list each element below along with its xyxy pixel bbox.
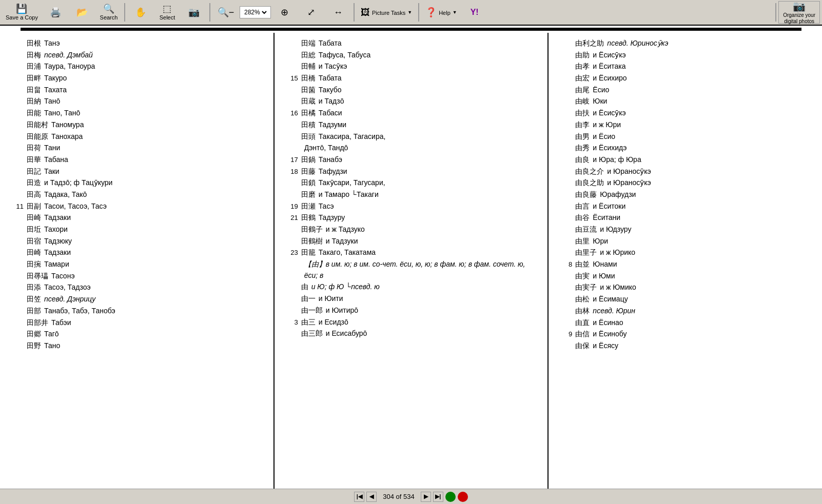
entry-text: и Ёсисӯкэ [593,50,625,61]
entry-text: Такуро [44,73,67,84]
prev-page-button[interactable]: ◀ [366,492,377,502]
list-item: 15田橋Табата [285,73,538,84]
list-item: 由里Юри [559,236,812,247]
list-item: 由三郎и Есисабурō [285,328,538,339]
search-button[interactable]: 🔍 Search [96,1,122,24]
entry-kanji: 由秀 [575,143,590,154]
entry-kanji: 田浦 [27,61,41,72]
list-item: 田能村Таномура [10,119,263,131]
entry-text: псевд. Юрин [593,306,635,317]
entry-kanji: 田箘 [301,85,316,96]
list-item: 由豆流и Юдзуру [559,224,812,235]
list-item: 田部井Табэи [10,317,263,329]
picture-tasks-button[interactable]: 🖼 Picture Tasks ▼ [357,1,416,24]
list-item: 田鶴樹и Тадзуки [285,236,538,247]
list-item: 16田橘Табаси [285,108,538,119]
entry-kanji: 田宿 [27,236,41,247]
open-button[interactable]: 📂 [69,1,95,24]
list-item: 田箘Такубо [285,85,538,96]
entry-kanji: 田梅 [27,50,41,61]
list-item: 田郷Тагō [10,329,263,340]
entry-kanji: 田記 [27,166,41,177]
entry-kanji: 田部 [27,306,41,317]
list-item: 田端Табата [285,38,538,49]
entry-text: и Ёсинобу [593,329,627,340]
entry-text: Юнами [593,259,617,270]
help-button[interactable]: ❓ Help ▼ [422,1,461,24]
entry-kanji: 田端 [301,38,316,49]
help-label: Help [439,10,451,16]
list-item: 11田副Тасои, Тасоэ, Тасэ [10,201,263,212]
list-item: 田能原Танохара [10,131,263,143]
list-item: 由里子и ж Юрико [559,247,812,258]
entry-kanji: 由 [301,281,308,293]
column-3: 由利之助псевд. Юриносӯкэ由助и Ёсисӯкэ由孝и Ёсита… [549,33,822,489]
entry-kanji: 由李 [575,119,590,131]
entry-text: и Тадзō; ф Тацӯкури [44,177,112,189]
help-arrow: ▼ [453,10,457,15]
column-2: 田端Табата田総Тафуса, Табуса田輔и Тасӯкэ15田橋Та… [275,33,548,489]
entry-kanji: 田鶴樹 [301,236,323,247]
zoom-dropdown[interactable]: 282% [240,6,271,18]
list-item: 田頭Такасира, Тагасира, [285,131,538,143]
list-item: 田荷Тани [10,143,263,154]
entry-text: Тадзуми [319,119,346,131]
separator-right [775,3,776,22]
list-item: 由直и Ёсинао [559,317,812,329]
entry-text: и Ёситоки [593,201,625,212]
entry-text: и Юра; ф Юра [593,154,641,166]
next-page-button[interactable]: ▶ [421,492,431,502]
entry-kanji: 田添 [27,282,41,293]
entry-text: 【由】в им. ю; в им. со-чет. ёси, ю, ю; в ф… [304,259,538,281]
entry-kanji: 田捥 [27,259,41,270]
entry-kanji: 田藤 [301,166,316,177]
zoom-in-icon: ⊕ [281,8,288,17]
entry-kanji: 田根 [27,38,41,49]
entry-text: Тахори [44,224,68,235]
status-green-icon [445,492,456,502]
last-page-button[interactable]: ▶| [433,492,443,502]
zoom-in-button[interactable]: ⊕ [272,1,298,24]
entry-kanji: 由男 [575,131,590,143]
organize-icon: 📷 [793,0,806,12]
entry-kanji: 田蔵 [301,96,316,107]
entry-text: и Ёсио [593,131,615,143]
entry-text: и Ёсясу [593,340,618,352]
select-button[interactable]: ⬚ Select [154,1,180,24]
list-item: 田畠Тахата [10,85,263,96]
entry-kanji: 由三郎 [301,328,323,339]
entry-text: и Тадзуки [326,236,358,247]
entry-kanji: 田副 [27,201,41,212]
entry-number: 21 [285,213,298,223]
organize-button[interactable]: 📷 Organize yourdigital photos [778,1,820,24]
print-button[interactable]: 🖨️ [43,1,68,24]
list-item: 18田藤Тафудзи [285,166,538,177]
zoom-out-button[interactable]: 🔍− [213,1,239,24]
entry-text: Таномура [51,119,84,131]
pan-button[interactable]: ✋ [128,1,153,24]
entry-text: Тахата [44,85,67,96]
entry-text: Тано [44,340,60,352]
entry-kanji: 田磨 [301,189,316,200]
entry-text: Юри [593,236,608,247]
fit-width-button[interactable]: ↔ [325,1,351,24]
save-copy-button[interactable]: 💾 Save a Copy [2,1,42,24]
list-item: 由林псевд. Юрин [559,306,812,317]
list-item: 田捥Тамари [10,259,263,270]
entry-kanji: 田崎 [27,212,41,224]
entry-text: и ж Юрико [600,247,635,258]
entry-text: и ж Юмико [600,282,636,293]
entry-kanji: 田輔 [301,61,316,72]
entry-text: и Тадзō [319,96,344,107]
list-item: 3由三и Есидзō [285,317,538,328]
yahoo-button[interactable]: Y! [462,1,487,24]
first-page-button[interactable]: |◀ [354,492,364,502]
entry-kanji: 田納 [27,96,41,107]
entry-kanji: 由里子 [575,247,597,258]
status-red-icon [458,492,468,502]
zoom-select[interactable]: 282% [242,8,268,16]
separator-1 [124,3,125,22]
snapshot-button[interactable]: 📷 [181,1,207,24]
fit-page-button[interactable]: ⤢ [299,1,324,24]
entry-kanji: 田畔 [27,73,41,84]
